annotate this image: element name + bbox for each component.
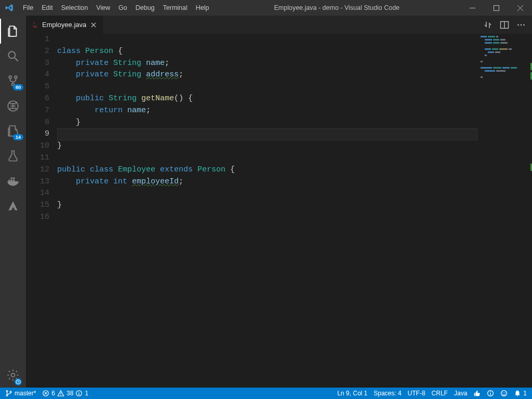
settings-sync-icon <box>15 378 22 385</box>
svg-point-25 <box>490 391 491 392</box>
status-problems[interactable]: 6 38 1 <box>39 388 91 399</box>
svg-point-3 <box>15 76 17 78</box>
menu-view[interactable]: View <box>92 0 114 16</box>
window-title: Employee.java - demo - Visual Studio Cod… <box>214 4 460 11</box>
scm-badge: 60 <box>13 84 23 90</box>
line-number-gutter: 1 2 3 4 5 6 7 8 9 10 11 12 13 14 15 16 <box>26 34 57 388</box>
svg-point-28 <box>505 392 506 393</box>
minimize-button[interactable] <box>460 0 484 16</box>
activity-explorer[interactable] <box>0 19 26 44</box>
menu-debug[interactable]: Debug <box>131 0 159 16</box>
svg-rect-7 <box>11 180 12 181</box>
menu-terminal[interactable]: Terminal <box>159 0 192 16</box>
svg-point-16 <box>523 24 525 25</box>
activity-azure[interactable] <box>0 193 26 218</box>
svg-point-1 <box>8 51 15 58</box>
title-bar: File Edit Selection View Go Debug Termin… <box>0 0 532 16</box>
editor-actions <box>483 16 532 34</box>
activity-docker[interactable] <box>0 168 26 193</box>
minimap[interactable] <box>481 36 530 98</box>
svg-point-23 <box>79 391 80 392</box>
close-button[interactable] <box>508 0 532 16</box>
tab-close-icon[interactable] <box>89 22 98 28</box>
svg-point-17 <box>6 391 8 392</box>
status-info-icon[interactable] <box>484 388 497 399</box>
menu-selection[interactable]: Selection <box>57 0 92 16</box>
svg-point-15 <box>521 24 522 25</box>
svg-rect-10 <box>13 178 15 179</box>
status-branch[interactable]: master* <box>2 388 39 399</box>
editor-group: Employee.java 1 2 3 4 5 6 <box>26 16 532 388</box>
status-eol[interactable]: CRLF <box>429 388 451 399</box>
activity-source-control[interactable]: 60 <box>0 69 26 94</box>
editor-tabs: Employee.java <box>26 16 532 34</box>
activity-test[interactable]: 14 <box>0 118 26 143</box>
svg-rect-9 <box>11 178 12 179</box>
window-controls <box>460 0 532 16</box>
activity-settings[interactable] <box>0 363 26 388</box>
svg-rect-6 <box>8 180 10 181</box>
svg-rect-0 <box>494 5 499 10</box>
status-cursor-position[interactable]: Ln 9, Col 1 <box>334 388 370 399</box>
status-thumbs-up-icon[interactable] <box>470 388 484 399</box>
svg-point-14 <box>517 24 519 25</box>
svg-point-21 <box>60 395 61 396</box>
status-language-mode[interactable]: Java <box>451 388 470 399</box>
code-area[interactable]: class Person { private String name; priv… <box>57 34 477 388</box>
main-area: 60 14 Employe <box>0 16 532 388</box>
split-editor-icon[interactable] <box>500 20 509 30</box>
activity-search[interactable] <box>0 44 26 69</box>
status-bar: master* 6 38 1 Ln 9, Col 1 Spaces: 4 UTF… <box>0 388 532 399</box>
more-actions-icon[interactable] <box>516 20 526 30</box>
svg-point-2 <box>9 76 11 78</box>
svg-point-27 <box>503 392 504 393</box>
menu-help[interactable]: Help <box>192 0 214 16</box>
svg-rect-8 <box>13 180 15 181</box>
java-file-icon <box>31 21 39 29</box>
activity-debug[interactable] <box>0 94 26 118</box>
test-badge: 14 <box>13 134 23 140</box>
menu-file[interactable]: File <box>19 0 37 16</box>
tab-label: Employee.java <box>42 21 86 29</box>
activity-flask[interactable] <box>0 143 26 168</box>
svg-point-11 <box>11 374 15 377</box>
menu-edit[interactable]: Edit <box>37 0 57 16</box>
status-indentation[interactable]: Spaces: 4 <box>370 388 404 399</box>
svg-point-18 <box>6 395 8 396</box>
status-notifications[interactable]: 1 <box>511 388 530 399</box>
svg-point-19 <box>10 391 11 393</box>
maximize-button[interactable] <box>484 0 508 16</box>
status-encoding[interactable]: UTF-8 <box>405 388 429 399</box>
tab-employee-java[interactable]: Employee.java <box>26 16 103 34</box>
editor[interactable]: 1 2 3 4 5 6 7 8 9 10 11 12 13 14 15 16 <box>26 34 532 388</box>
activity-bar: 60 14 <box>0 16 26 388</box>
vscode-logo-icon <box>0 3 19 12</box>
status-feedback-icon[interactable] <box>497 388 511 399</box>
menu-go[interactable]: Go <box>114 0 131 16</box>
compare-changes-icon[interactable] <box>483 20 493 30</box>
